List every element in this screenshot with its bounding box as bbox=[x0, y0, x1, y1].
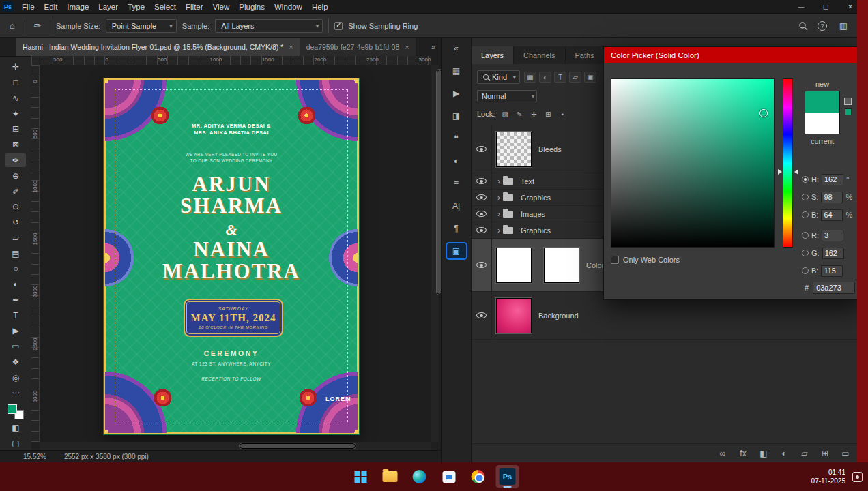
blue-radio[interactable] bbox=[802, 267, 809, 274]
eyedropper-tool[interactable]: ✑ bbox=[5, 153, 26, 168]
layer-thumbnail[interactable] bbox=[496, 248, 532, 283]
frame-tool[interactable]: ⊠ bbox=[5, 138, 26, 152]
canvas-viewport[interactable]: MR. ADITYA VERMA DESAI & MRS. ANIKA BHAT… bbox=[40, 65, 431, 442]
zoom-level-field[interactable]: 15.52% bbox=[23, 453, 46, 460]
clone-stamp-tool[interactable]: ⊙ bbox=[5, 200, 26, 214]
saturation-brightness-field[interactable] bbox=[611, 78, 775, 248]
taskbar-chrome-icon[interactable] bbox=[467, 465, 490, 488]
quick-mask-button[interactable]: ◧ bbox=[5, 421, 26, 435]
brightness-input[interactable]: 64 bbox=[821, 209, 843, 221]
hue-slider[interactable] bbox=[783, 78, 793, 248]
search-icon[interactable] bbox=[798, 21, 808, 31]
group-expand-caret[interactable]: › bbox=[497, 226, 500, 235]
tab-channels[interactable]: Channels bbox=[514, 46, 565, 64]
visibility-toggle[interactable] bbox=[472, 239, 492, 291]
menu-image[interactable]: Image bbox=[62, 0, 93, 14]
lock-paint-icon[interactable]: ✎ bbox=[513, 108, 525, 119]
horizontal-scrollbar[interactable] bbox=[40, 442, 431, 450]
export-icon[interactable]: ◨ bbox=[447, 108, 466, 123]
character-panel-icon[interactable]: A| bbox=[447, 198, 466, 213]
hue-radio[interactable] bbox=[802, 176, 809, 183]
screen-mode-button[interactable]: ▢ bbox=[5, 436, 26, 450]
layer-name[interactable]: Graphics bbox=[521, 194, 551, 202]
new-adjustment-layer-icon[interactable]: ◐ bbox=[778, 448, 790, 459]
lock-artboard-icon[interactable]: ⊞ bbox=[542, 108, 554, 119]
toolbar-options[interactable]: ⋯ bbox=[5, 386, 26, 400]
menu-filter[interactable]: Filter bbox=[181, 0, 208, 14]
taskbar-photoshop-icon[interactable]: Ps bbox=[496, 465, 519, 488]
foreground-color-swatch[interactable] bbox=[8, 404, 17, 414]
menu-file[interactable]: File bbox=[17, 0, 40, 14]
comments-icon[interactable]: ❝ bbox=[447, 131, 466, 146]
taskbar-start-button[interactable] bbox=[349, 465, 373, 488]
visibility-toggle[interactable] bbox=[472, 173, 492, 189]
marquee-tool[interactable]: □ bbox=[5, 76, 26, 90]
visibility-toggle[interactable] bbox=[472, 190, 492, 205]
brush-tool[interactable]: ✐ bbox=[5, 184, 26, 198]
dodge-tool[interactable]: ◐ bbox=[5, 278, 26, 292]
eraser-tool[interactable]: ▱ bbox=[5, 230, 26, 245]
gradient-tool[interactable]: ▤ bbox=[5, 246, 26, 261]
taskbar-clock[interactable]: 01:41 07-11-2025 bbox=[811, 468, 845, 486]
layer-effects-icon[interactable]: fx bbox=[737, 448, 749, 459]
lasso-tool[interactable]: ∿ bbox=[5, 91, 26, 106]
layer-name[interactable]: Images bbox=[521, 210, 545, 218]
brightness-radio[interactable] bbox=[802, 211, 809, 218]
filter-shape-layers-icon[interactable]: ▱ bbox=[569, 72, 581, 83]
color-fill-panel-icon[interactable]: ▣ bbox=[447, 243, 466, 258]
add-layer-mask-icon[interactable]: ◧ bbox=[757, 448, 770, 459]
hue-slider-arrow-left[interactable] bbox=[778, 169, 782, 175]
new-layer-icon[interactable]: ⊞ bbox=[819, 448, 831, 459]
visibility-toggle[interactable] bbox=[472, 292, 492, 339]
saturation-input[interactable]: 98 bbox=[821, 192, 843, 203]
taskbar-explorer-icon[interactable] bbox=[379, 465, 402, 488]
filter-smart-objects-icon[interactable]: ▣ bbox=[584, 72, 596, 83]
lock-transparency-icon[interactable]: ▨ bbox=[499, 108, 511, 119]
group-expand-caret[interactable]: › bbox=[497, 209, 500, 219]
tab-layers[interactable]: Layers bbox=[472, 46, 514, 64]
taskbar-edge-icon[interactable] bbox=[408, 465, 431, 488]
filter-pixel-layers-icon[interactable]: ▦ bbox=[524, 72, 536, 83]
delete-layer-icon[interactable]: ▭ bbox=[839, 448, 852, 459]
link-layers-icon[interactable]: ∞ bbox=[717, 448, 729, 459]
tab-paths[interactable]: Paths bbox=[566, 46, 605, 64]
pen-tool[interactable]: ✒ bbox=[5, 293, 26, 307]
visibility-toggle[interactable] bbox=[472, 206, 492, 222]
hex-input[interactable]: 03a273 bbox=[813, 282, 855, 294]
sample-size-dropdown[interactable]: Point Sample bbox=[106, 19, 177, 33]
kind-filter-dropdown[interactable]: Kind bbox=[477, 70, 520, 84]
hue-slider-arrow-right[interactable] bbox=[794, 169, 798, 175]
crop-tool[interactable]: ⊞ bbox=[5, 122, 26, 136]
green-radio[interactable] bbox=[802, 250, 809, 256]
menu-help[interactable]: Help bbox=[307, 0, 333, 14]
collapse-panels-icon[interactable]: « bbox=[447, 41, 466, 56]
blur-tool[interactable]: ○ bbox=[5, 262, 26, 276]
help-icon[interactable]: ? bbox=[818, 21, 827, 31]
horizontal-scrollbar-thumb[interactable] bbox=[240, 443, 356, 449]
menu-select[interactable]: Select bbox=[149, 0, 181, 14]
document-canvas[interactable]: MR. ADITYA VERMA DESAI & MRS. ANIKA BHAT… bbox=[104, 78, 359, 434]
menu-type[interactable]: Type bbox=[123, 0, 149, 14]
visibility-toggle[interactable] bbox=[472, 222, 492, 238]
maximize-button[interactable]: ▢ bbox=[813, 0, 838, 14]
workspace-icon[interactable]: ▥ bbox=[837, 20, 850, 31]
document-tab-inactive[interactable]: dea7959b-fe27-4e9b-b1fd-08 × bbox=[300, 38, 416, 56]
healing-brush-tool[interactable]: ⊕ bbox=[5, 168, 26, 183]
tab-close-icon[interactable]: × bbox=[405, 43, 409, 51]
visibility-toggle[interactable] bbox=[472, 125, 492, 173]
taskbar-store-icon[interactable] bbox=[437, 465, 461, 488]
show-sampling-ring-checkbox[interactable] bbox=[334, 22, 343, 30]
layer-name[interactable]: Bleeds bbox=[538, 145, 562, 153]
minimize-button[interactable]: — bbox=[789, 0, 813, 14]
hue-input[interactable]: 162 bbox=[822, 174, 843, 185]
layer-name[interactable]: Background bbox=[538, 312, 579, 320]
menu-layer[interactable]: Layer bbox=[93, 0, 123, 14]
blue-input[interactable]: 115 bbox=[821, 265, 843, 277]
group-expand-caret[interactable]: › bbox=[497, 177, 500, 186]
document-tab-active[interactable]: Hasmi - Indian Wedding Invitation Flyer-… bbox=[16, 38, 300, 56]
zoom-tool[interactable]: ◎ bbox=[5, 370, 26, 385]
web-color-cube-icon[interactable] bbox=[844, 98, 852, 105]
color-swatches[interactable] bbox=[8, 404, 24, 419]
tab-overflow-icon[interactable]: » bbox=[427, 38, 439, 56]
tab-close-icon[interactable]: × bbox=[289, 43, 293, 51]
